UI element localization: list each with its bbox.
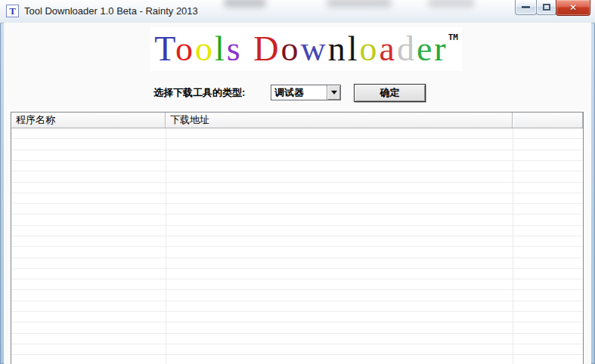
minimize-button[interactable] bbox=[515, 0, 537, 15]
logo: Tools DownloaderTM bbox=[150, 27, 462, 71]
logo-letter: o bbox=[175, 29, 195, 68]
logo-letter: o bbox=[359, 29, 379, 68]
aero-glass-reflection bbox=[327, 0, 392, 8]
logo-letter: e bbox=[417, 29, 434, 68]
maximize-button[interactable] bbox=[536, 0, 556, 15]
logo-letter: w bbox=[300, 29, 327, 68]
type-label: 选择下载工具的类型: bbox=[153, 85, 245, 100]
logo-trademark: TM bbox=[448, 32, 458, 42]
column-gridline bbox=[166, 128, 166, 364]
tool-type-value: 调试器 bbox=[271, 85, 327, 100]
logo-letter bbox=[243, 29, 254, 68]
logo-letter: d bbox=[397, 29, 417, 68]
close-button[interactable]: ✕ bbox=[556, 0, 590, 16]
logo-letter: l bbox=[348, 29, 360, 68]
confirm-button[interactable]: 确定 bbox=[354, 84, 426, 102]
window-title: Tool Downloader 1.0 Beta - Rainty 2013 bbox=[24, 0, 198, 23]
logo-letter: o bbox=[195, 29, 215, 68]
window-controls: ✕ bbox=[516, 0, 590, 16]
maximize-icon bbox=[543, 4, 550, 11]
client-area: Tools DownloaderTM 选择下载工具的类型: 调试器 确定 程序名… bbox=[4, 23, 591, 364]
app-window: T Tool Downloader 1.0 Beta - Rainty 2013… bbox=[0, 0, 595, 364]
aero-glass-reflection bbox=[428, 0, 475, 8]
logo-letter: o bbox=[280, 29, 300, 68]
app-icon: T bbox=[6, 5, 19, 17]
column-header-program-name[interactable]: 程序名称 bbox=[11, 113, 166, 128]
logo-letter: l bbox=[215, 29, 227, 68]
list-header: 程序名称 下载地址 bbox=[11, 113, 583, 128]
logo-letter: r bbox=[434, 29, 448, 68]
column-header-download-url[interactable]: 下载地址 bbox=[166, 113, 513, 128]
list-body[interactable] bbox=[11, 128, 583, 364]
combo-dropdown-button[interactable] bbox=[327, 85, 340, 100]
app-icon-letter: T bbox=[9, 6, 16, 16]
close-icon: ✕ bbox=[569, 3, 577, 12]
logo-letter: D bbox=[253, 29, 280, 68]
titlebar[interactable]: T Tool Downloader 1.0 Beta - Rainty 2013… bbox=[0, 0, 595, 23]
download-list: 程序名称 下载地址 bbox=[11, 112, 584, 364]
aero-glass-reflection bbox=[224, 0, 266, 8]
minimize-icon bbox=[522, 6, 530, 8]
logo-letter: n bbox=[328, 29, 348, 68]
chevron-down-icon bbox=[331, 91, 337, 94]
tool-type-select[interactable]: 调试器 bbox=[271, 85, 341, 100]
logo-letter: s bbox=[227, 29, 243, 68]
logo-letter: a bbox=[379, 29, 396, 68]
column-gridline bbox=[513, 128, 513, 364]
column-header-extra[interactable] bbox=[513, 113, 583, 128]
logo-letter: T bbox=[154, 29, 175, 68]
logo-text: Tools Downloader bbox=[154, 32, 448, 66]
